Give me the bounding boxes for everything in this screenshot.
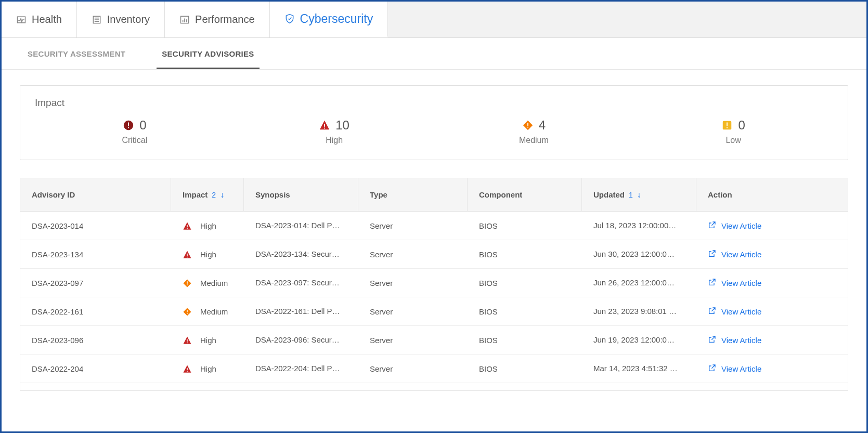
cell-type: Server <box>358 240 468 268</box>
impact-low: 0 Low <box>633 118 833 145</box>
subtab-security-assessment[interactable]: SECURITY ASSESSMENT <box>22 38 131 69</box>
impact-text: High <box>200 250 216 259</box>
impact-sort-order: 2 <box>212 191 216 199</box>
medium-icon <box>522 120 534 131</box>
impact-medium-value: 4 <box>539 118 546 133</box>
view-article-link[interactable]: View Article <box>708 278 761 288</box>
cell-component: BIOS <box>468 355 582 383</box>
col-type[interactable]: Type <box>358 178 468 211</box>
table-row[interactable]: DSA-2022-204HighDSA-2022-204: Dell P…Ser… <box>20 355 848 383</box>
impact-low-label: Low <box>633 136 833 145</box>
view-article-link[interactable]: View Article <box>708 307 761 317</box>
cell-impact: High <box>171 240 244 268</box>
cell-action: View Article <box>696 297 848 325</box>
view-article-label: View Article <box>721 221 761 230</box>
cell-action: View Article <box>696 269 848 297</box>
col-synopsis[interactable]: Synopsis <box>244 178 358 211</box>
tab-performance[interactable]: Performance <box>165 2 270 37</box>
table-row[interactable]: DSA-2022-161MediumDSA-2022-161: Dell P…S… <box>20 297 848 326</box>
high-icon <box>319 120 330 131</box>
cell-type: Server <box>358 355 468 383</box>
table-row[interactable]: DSA-2023-097MediumDSA-2023-097: Secur…Se… <box>20 269 848 297</box>
svg-rect-24 <box>187 284 188 285</box>
cell-impact: High <box>171 355 244 383</box>
svg-rect-6 <box>183 20 184 22</box>
col-updated[interactable]: Updated 1 ↓ <box>582 178 696 211</box>
impact-title: Impact <box>35 97 833 109</box>
table-row[interactable]: DSA-2023-014HighDSA-2023-014: Dell P…Ser… <box>20 212 848 240</box>
svg-rect-26 <box>187 313 188 314</box>
svg-rect-12 <box>324 124 325 127</box>
cell-synopsis: DSA-2023-134: Secur… <box>244 240 358 268</box>
impact-critical-value: 0 <box>139 118 146 133</box>
table-body[interactable]: DSA-2023-014HighDSA-2023-014: Dell P…Ser… <box>20 212 848 390</box>
tab-health[interactable]: Health <box>2 2 77 37</box>
updated-sort-order: 1 <box>629 191 633 199</box>
table-header: Advisory ID Impact 2 ↓ Synopsis Type Com… <box>20 178 848 212</box>
cell-synopsis: DSA-2022-204: Dell P… <box>244 355 358 383</box>
advisories-table: Advisory ID Impact 2 ↓ Synopsis Type Com… <box>20 178 848 391</box>
table-row[interactable]: DSA-2023-134HighDSA-2023-134: Secur…Serv… <box>20 240 848 269</box>
table-row[interactable] <box>20 383 848 390</box>
cell-advisory-id: DSA-2023-097 <box>20 269 171 297</box>
inventory-icon <box>92 15 102 25</box>
view-article-link[interactable]: View Article <box>708 250 761 259</box>
cell-advisory-id: DSA-2023-014 <box>20 212 171 240</box>
impact-medium-label: Medium <box>434 136 634 145</box>
top-nav-tabs: Health Inventory Performance Cybersecuri… <box>2 2 866 38</box>
svg-rect-8 <box>186 19 187 22</box>
cell-updated: Jun 19, 2023 12:00:0… <box>582 326 696 354</box>
table-row[interactable]: DSA-2023-096HighDSA-2023-096: Secur…Serv… <box>20 326 848 355</box>
critical-icon <box>123 120 134 131</box>
tab-inventory[interactable]: Inventory <box>77 2 165 37</box>
svg-rect-20 <box>187 228 188 229</box>
cell-synopsis: DSA-2023-096: Secur… <box>244 326 358 354</box>
impact-text: Medium <box>200 307 228 316</box>
col-action[interactable]: Action <box>696 178 848 211</box>
cell-component: BIOS <box>468 212 582 240</box>
cell-updated: Jun 26, 2023 12:00:0… <box>582 269 696 297</box>
col-impact[interactable]: Impact 2 ↓ <box>171 178 244 211</box>
tab-cybersecurity-label: Cybersecurity <box>300 12 373 26</box>
external-link-icon <box>708 278 716 288</box>
svg-rect-21 <box>187 253 188 256</box>
impact-summary-card: Impact 0 Critical 10 High <box>20 85 848 160</box>
sub-tabs: SECURITY ASSESSMENT SECURITY ADVISORIES <box>2 38 866 70</box>
view-article-label: View Article <box>721 364 761 373</box>
svg-rect-7 <box>184 18 185 22</box>
view-article-link[interactable]: View Article <box>708 221 761 231</box>
svg-rect-22 <box>187 256 188 257</box>
tab-performance-label: Performance <box>195 14 255 25</box>
view-article-link[interactable]: View Article <box>708 335 761 345</box>
cell-type: Server <box>358 326 468 354</box>
cell-action: View Article <box>696 355 848 383</box>
cell-advisory-id: DSA-2023-096 <box>20 326 171 354</box>
view-article-label: View Article <box>721 279 761 287</box>
performance-icon <box>179 15 190 25</box>
col-advisory-id[interactable]: Advisory ID <box>20 178 171 211</box>
cell-impact: High <box>171 212 244 240</box>
svg-rect-11 <box>128 127 129 128</box>
svg-rect-23 <box>187 281 188 284</box>
cell-component: BIOS <box>468 269 582 297</box>
external-link-icon <box>708 221 716 231</box>
subtab-security-advisories[interactable]: SECURITY ADVISORIES <box>157 38 259 69</box>
tab-cybersecurity[interactable]: Cybersecurity <box>270 2 388 37</box>
svg-rect-27 <box>187 339 188 342</box>
sort-arrow-down-icon: ↓ <box>637 190 641 200</box>
impact-critical: 0 Critical <box>35 118 235 145</box>
severity-icon <box>183 220 196 230</box>
svg-rect-30 <box>187 371 188 372</box>
svg-rect-10 <box>128 123 129 126</box>
svg-rect-19 <box>187 225 188 227</box>
view-article-link[interactable]: View Article <box>708 364 761 374</box>
cell-component: BIOS <box>468 240 582 268</box>
cell-impact: Medium <box>171 269 244 297</box>
cell-synopsis: DSA-2023-014: Dell P… <box>244 212 358 240</box>
cell-action: View Article <box>696 212 848 240</box>
cell-updated: Mar 14, 2023 4:51:32 … <box>582 355 696 383</box>
cell-action: View Article <box>696 326 848 354</box>
svg-rect-17 <box>727 123 728 126</box>
severity-icon <box>183 363 196 373</box>
col-component[interactable]: Component <box>468 178 582 211</box>
